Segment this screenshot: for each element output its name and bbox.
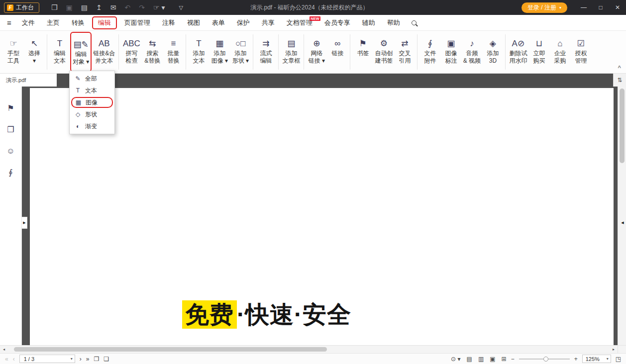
workspace-button[interactable]: F 工作台: [4, 2, 39, 13]
bookmark-button[interactable]: ⚑书签: [352, 32, 373, 72]
auto-create-bookmark-button[interactable]: ⚙自动创建书签: [373, 32, 394, 72]
menu-view[interactable]: 视图: [181, 15, 206, 30]
login-button[interactable]: 登录 / 注册 ▾: [522, 2, 567, 13]
horizontal-scrollbar-thumb[interactable]: [14, 347, 327, 352]
collapse-panel-handle[interactable]: ◀: [620, 217, 626, 229]
expand-panel-handle[interactable]: ▶: [22, 217, 27, 229]
scroll-right-icon[interactable]: ▸: [610, 347, 618, 352]
license-management-button[interactable]: ☑授权管理: [570, 32, 591, 72]
horizontal-scrollbar[interactable]: ◂ ▸: [0, 345, 626, 353]
menu-comment[interactable]: 注释: [156, 15, 181, 30]
delete-trial-watermark-button[interactable]: A⊘删除试用水印: [508, 32, 528, 72]
menu-page-management[interactable]: 页面管理: [118, 15, 156, 30]
enterprise-purchase-button[interactable]: ⌂企业采购: [549, 32, 570, 72]
batch-replace-button[interactable]: ≡批量替换: [163, 32, 184, 72]
menu-document-management[interactable]: 文档管理NEW: [281, 15, 318, 30]
first-page-button[interactable]: «: [5, 356, 8, 362]
menu-protect[interactable]: 保护: [231, 15, 256, 30]
link-button[interactable]: ∞链接: [327, 32, 348, 72]
buy-now-button[interactable]: ⊔立即购买: [528, 32, 549, 72]
close-button[interactable]: ✕: [609, 0, 626, 15]
scroll-left-icon[interactable]: ◂: [0, 347, 8, 352]
minimize-button[interactable]: —: [575, 0, 592, 15]
menu-assist[interactable]: 辅助: [356, 15, 381, 30]
link-merge-text-button[interactable]: AB链接&合并文本: [92, 32, 116, 72]
menu-form[interactable]: 表单: [206, 15, 231, 30]
text-viewer-icon[interactable]: ▤: [467, 356, 472, 362]
dropdown-item-gradient[interactable]: ◐渐变: [70, 120, 114, 132]
menu-help[interactable]: 帮助: [381, 15, 406, 30]
web-link-button[interactable]: ⊕网络链接 ▾: [306, 32, 327, 72]
last-page-button[interactable]: »: [86, 356, 90, 362]
clipboard-icon[interactable]: ❏: [104, 356, 109, 362]
menu-file[interactable]: 文件: [16, 15, 41, 30]
hamburger-icon[interactable]: ≡: [4, 18, 16, 27]
menu-edit[interactable]: 编辑: [92, 16, 117, 29]
fit-screen-icon[interactable]: ◳: [616, 356, 621, 362]
pages-panel-icon[interactable]: ❐: [7, 126, 14, 134]
web-link-icon: ⊕: [313, 34, 320, 50]
add-article-box-button[interactable]: ▤添加文章框: [281, 32, 302, 72]
vertical-scrollbar-thumb[interactable]: [620, 89, 625, 163]
thumbnail-view-icon[interactable]: ⊞: [502, 356, 507, 362]
attachments-panel-icon[interactable]: ∮: [8, 169, 12, 177]
edit-text-button[interactable]: T编辑文本: [49, 32, 70, 72]
toolbar-options-chevron-icon[interactable]: ▽: [179, 4, 183, 11]
comments-panel-icon[interactable]: ☺: [6, 147, 14, 155]
scroll-mode-toggle-icon[interactable]: ⇅: [613, 74, 626, 87]
menu-convert[interactable]: 转换: [66, 15, 91, 30]
select-tool-button[interactable]: ↖选择▾: [24, 32, 45, 72]
statusbar: « ‹ 1 / 3 ▾ › » ❐❏ ⊙ ▾▤▥▣⊞ − + 125% ▾ ◳: [0, 353, 626, 364]
stamp-tool-icon[interactable]: ☞ ▾: [153, 4, 165, 11]
flow-edit-button[interactable]: ⇉流式编辑: [255, 32, 276, 72]
audio-video-button[interactable]: ♪音频& 视频: [461, 32, 482, 72]
mail-doc-icon[interactable]: ✉: [110, 4, 116, 11]
cross-reference-icon: ⇄: [401, 34, 408, 50]
dropdown-item-label: 全部: [85, 75, 97, 83]
search-replace-button[interactable]: ⇆搜索&替换: [142, 32, 163, 72]
dropdown-item-image[interactable]: ▦图像: [71, 97, 113, 108]
cross-reference-button[interactable]: ⇄交叉引用: [394, 32, 415, 72]
vertical-scrollbar[interactable]: ◀: [618, 87, 626, 345]
print-icon[interactable]: ▤: [81, 4, 88, 11]
cross-reference-label: 交叉: [399, 50, 411, 57]
dropdown-item-all[interactable]: ✎全部: [70, 73, 114, 85]
menu-home[interactable]: 主页: [41, 15, 66, 30]
next-page-button[interactable]: ›: [80, 356, 82, 362]
zoom-slider-thumb[interactable]: [543, 357, 548, 362]
collapse-ribbon-button[interactable]: ^: [618, 65, 621, 71]
zoom-in-button[interactable]: +: [574, 356, 578, 362]
add-3d-button[interactable]: ◈添加3D: [482, 32, 503, 72]
hand-tool-button[interactable]: ☞手型工具: [3, 32, 24, 72]
undo-icon[interactable]: ↶: [125, 4, 131, 11]
open-file-icon[interactable]: ❒: [51, 4, 58, 11]
view-mode-icon[interactable]: ⊙ ▾: [451, 356, 460, 362]
add-image-button[interactable]: ▦添加图像 ▾: [209, 32, 230, 72]
maximize-button[interactable]: □: [592, 0, 609, 15]
spell-check-button[interactable]: ABC拼写检查: [121, 32, 142, 72]
zoom-level-combo[interactable]: 125% ▾: [582, 355, 611, 363]
export-icon[interactable]: ↥: [96, 4, 102, 11]
file-attachment-label: 文件: [424, 50, 436, 57]
image-annotation-button[interactable]: ▣图像标注: [440, 32, 461, 72]
file-attachment-button[interactable]: ∮文件附件: [419, 32, 440, 72]
redo-icon[interactable]: ↷: [139, 4, 145, 11]
dropdown-item-text[interactable]: T文本: [70, 85, 114, 96]
add-shape-button[interactable]: ○□添加形状 ▾: [230, 32, 251, 72]
menu-member-benefits[interactable]: 会员专享: [318, 15, 356, 30]
facing-page-view-icon[interactable]: ▣: [490, 356, 495, 362]
single-page-view-icon[interactable]: ▥: [478, 356, 484, 362]
bookmarks-panel-icon[interactable]: ⚑: [7, 104, 14, 112]
edit-object-button[interactable]: ▤✎编辑对象 ▾: [70, 32, 92, 72]
dropdown-item-shape[interactable]: ◇形状: [70, 108, 114, 120]
search-button[interactable]: [409, 17, 419, 28]
menu-share[interactable]: 共享: [256, 15, 281, 30]
snapshot-icon[interactable]: ❐: [94, 356, 99, 362]
page-number-combo[interactable]: 1 / 3 ▾: [19, 355, 75, 363]
previous-page-button[interactable]: ‹: [13, 356, 15, 362]
add-text-button[interactable]: T添加文本: [188, 32, 209, 72]
zoom-out-button[interactable]: −: [511, 356, 515, 362]
document-tab[interactable]: 演示.pdf: [0, 74, 57, 87]
zoom-slider[interactable]: [519, 356, 570, 363]
save-icon[interactable]: ▣: [66, 4, 73, 11]
